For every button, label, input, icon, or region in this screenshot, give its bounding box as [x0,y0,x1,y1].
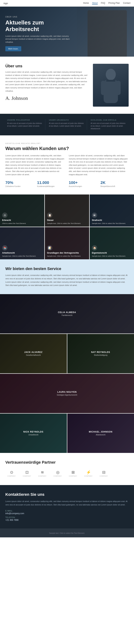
partner-icon-3: ◎ [56,470,60,475]
stat-2: 100+ Auszeichnungen [69,180,97,187]
stat-label-3: Beispielüberschrift [100,186,129,187]
banner-eyebrow-0: UNSERE PHILOSOPHIE [7,119,44,121]
contact-info: E-Mail: info@company.com Telefon: +21 45… [5,510,129,521]
contact-phone-label: Telefon: [5,516,129,518]
contact-email-label: E-Mail: [5,510,129,512]
team-overlay-jack: JACK ALVAREZ Gesellschaftsrecht [0,334,67,373]
service-icon-0: ⚖ [2,212,8,218]
banner-body-0: At vero eos et accusam et justo duo dolo… [7,122,44,127]
service-title-4: Grundlagen des Vertragsrechts [47,252,87,254]
team-role-nick: Umweltrecht [28,434,38,436]
partner-title: Vertrauenswürdige Partner [5,460,129,465]
team-overlay-nat: NAT REYNOLDS Strafverteidigung [67,334,134,373]
service-card-4[interactable]: 📝 Grundlagen des Vertragsrechts Sample t… [45,227,89,259]
team-card-nick[interactable]: NICK REYNOLDS Umweltrecht [0,414,67,453]
service-icon-4: 📝 [47,245,52,250]
nav-logo: logo [4,2,8,5]
service-card-2[interactable]: 🏛 Strafrecht Sample text. Click to selec… [90,194,134,227]
partner-icon-6: ⊟ [102,470,106,475]
team-role-celia: Familienrecht [62,314,72,316]
stat-num-0: 70% [5,180,34,185]
partner-icon-0: ⊙ [10,470,13,475]
service-overlay-2: 🏛 Strafrecht Sample text. Click to selec… [90,194,134,227]
service-card-1[interactable]: 📋 Steuer Sample text. Click to select th… [45,194,89,227]
banner-item-0: UNSERE PHILOSOPHIE At vero eos et accusa… [5,119,46,130]
contact-title: Kontaktieren Sie uns [5,492,129,497]
partner-logos: ⊙ COMPANY ⊡ COMPANY ≋ COMPANY ◎ COMPANY … [5,469,129,478]
service-body-4: Sample text. Click to select the Text El… [47,255,87,257]
services-section: ⚖ Erbrecht Click to select the Text Elem… [0,194,134,259]
stat-label-1: Kundenempfehlungen [37,186,66,187]
footer-text: Sample text. Click to select the Text El… [49,532,85,534]
why-col-1: Lorem ipsum dolor sit amet, consecetur s… [5,154,65,176]
partner-logo-3: ◎ COMPANY [52,469,64,478]
partner-icon-1: ⊡ [25,470,28,475]
svg-rect-3 [116,81,120,95]
banner-eyebrow-1: UNSER GRUNDSATZ [49,119,85,121]
team-card-nat[interactable]: NAT REYNOLDS Strafverteidigung [67,334,134,373]
nav-pricing[interactable]: Pricing Plan [108,2,120,5]
about-signature: A. Johnson [5,95,88,101]
service-icon-2: 🏛 [92,212,97,218]
about-title: Über uns [5,64,88,68]
partner-logo-6: ⊟ COMPANY [98,469,110,478]
service-title-0: Erbrecht [2,219,42,222]
partner-label-5: COMPANY [84,475,93,477]
partner-label-0: COMPANY [8,475,16,477]
service-overlay-5: 🏠 Eigentutsrecht Sample text. Click to s… [90,227,134,259]
stat-num-1: 11.000 [37,180,66,185]
team-name-jack: JACK ALVAREZ [24,351,42,354]
service-body-5: Sample text. Click to select the Text El… [92,255,132,257]
best-service-body: Lorem ipsum dolor sit amet, consecetur s… [5,274,129,287]
hero-content: ÜBER UNS Aktuelles zum Arbeitsrecht Lore… [5,16,77,51]
team-overlay-celia: CELIA ALMEDA Familienrecht [0,294,134,334]
partner-icon-4: ⊞ [72,470,75,475]
stat-3: 2K Beispielüberschrift [100,180,129,187]
team-section: CELIA ALMEDA Familienrecht JACK ALVAREZ … [0,294,134,453]
team-card-laura[interactable]: LAURA NGUYEN Geistiges Eigentumsrecht [0,374,134,413]
team-card-jack[interactable]: JACK ALVAREZ Gesellschaftsrecht [0,334,67,373]
why-col-2: Lorem ipsum dolor sit amet, consecetur s… [69,154,129,176]
nav-contact[interactable]: Contact [123,2,130,5]
service-card-0[interactable]: ⚖ Erbrecht Click to select the Text Elem… [0,194,44,227]
banner-item-1: UNSER GRUNDSATZ At vero eos et accusam e… [47,119,87,130]
partner-icon-5: ⚡ [86,470,91,475]
stat-label-0: Zufriedene Kunden [5,186,34,187]
svg-point-0 [106,69,116,80]
partner-icon-2: ≋ [41,470,44,475]
service-overlay-1: 📋 Steuer Sample text. Click to select th… [45,194,89,227]
partner-label-3: COMPANY [54,475,62,477]
stat-num-2: 100+ [69,180,97,185]
service-body-3: Sample text. Click to select the Text El… [2,255,42,257]
team-overlay-michael: MICHAEL JOHNSON Arbeitsrecht [67,414,134,453]
hero-button[interactable]: Mehr lesen. [5,46,21,51]
about-text: Über uns Lorem ipsum dolor sit amet, con… [5,64,88,101]
nav-about[interactable]: About [92,2,98,5]
stat-1: 11.000 Kundenempfehlungen [37,180,66,187]
team-role-nat: Strafverteidigung [94,354,108,356]
service-overlay-0: ⚖ Erbrecht Click to select the Text Elem… [0,194,44,227]
navbar: logo Home About FAQ Pricing Plan Contact [0,0,134,6]
partner-logo-1: ⊡ COMPANY [21,469,33,478]
about-image [93,64,129,106]
partner-logo-2: ≋ COMPANY [36,469,48,478]
svg-rect-1 [104,80,118,103]
nav-links: Home About FAQ Pricing Plan Contact [83,2,130,5]
service-card-5[interactable]: 🏠 Eigentutsrecht Sample text. Click to s… [90,227,134,259]
nav-home[interactable]: Home [83,2,89,5]
nav-faq[interactable]: FAQ [101,2,105,5]
service-overlay-4: 📝 Grundlagen des Vertragsrechts Sample t… [45,227,89,259]
team-name-michael: MICHAEL JOHNSON [89,430,112,433]
service-overlay-3: 📚 Arbeitsrecht Sample text. Click to sel… [0,227,44,259]
team-role-jack: Gesellschaftsrecht [26,354,41,356]
service-title-1: Steuer [47,219,87,222]
team-name-laura: LAURA NGUYEN [57,391,77,393]
hero-title: Aktuelles zum Arbeitsrecht [5,19,77,32]
partner-logo-0: ⊙ COMPANY [5,469,18,478]
service-card-3[interactable]: 📚 Arbeitsrecht Sample text. Click to sel… [0,227,44,259]
team-card-michael[interactable]: MICHAEL JOHNSON Arbeitsrecht [67,414,134,453]
team-overlay-laura: LAURA NGUYEN Geistiges Eigentumsrecht [0,374,134,413]
partner-label-6: COMPANY [100,475,108,477]
hero-section: ÜBER UNS Aktuelles zum Arbeitsrecht Lore… [0,6,134,56]
team-card-celia[interactable]: CELIA ALMEDA Familienrecht [0,294,134,334]
